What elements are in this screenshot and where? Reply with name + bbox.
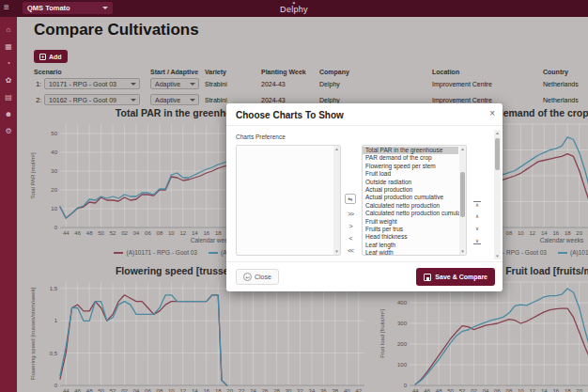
scroll-up-icon[interactable]: ▲ xyxy=(333,147,340,151)
chart-option[interactable]: PAR demand of the crop xyxy=(363,154,458,162)
chart-option[interactable]: Leaf width xyxy=(363,249,458,256)
move-left-button[interactable]: < xyxy=(342,235,359,242)
move-down-button[interactable]: ∨ xyxy=(473,226,481,231)
swap-icon[interactable]: ⇆ xyxy=(345,194,356,204)
selected-charts-listbox[interactable]: ▲ ▼ xyxy=(236,145,341,256)
chart-option[interactable]: Fruits per trus xyxy=(363,226,458,233)
scroll-up-icon[interactable]: ▲ xyxy=(494,131,501,135)
move-all-left-button[interactable]: << xyxy=(342,247,359,254)
modal-footer: ↩ Close Save & Compare xyxy=(226,261,503,291)
chart-option[interactable]: Actual production cumulative xyxy=(363,194,458,201)
choose-charts-modal: Choose Charts To Show × Charts Preferenc… xyxy=(226,103,503,291)
save-icon xyxy=(424,274,431,281)
modal-header: Choose Charts To Show × xyxy=(226,103,503,126)
close-icon[interactable]: × xyxy=(489,108,495,118)
save-button-label: Save & Compare xyxy=(435,274,487,280)
close-button-label: Close xyxy=(255,274,271,280)
move-up-button[interactable]: ∧ xyxy=(473,213,481,219)
chart-option[interactable]: Total PAR in the greenhouse xyxy=(363,147,458,154)
chart-option[interactable]: Flowering speed per stem xyxy=(363,163,458,170)
chart-option[interactable]: Calculated netto production cumulative xyxy=(363,210,458,217)
selected-list-scrollbar[interactable]: ▲ ▼ xyxy=(333,146,340,255)
available-charts-listbox[interactable]: Total PAR in the greenhousePAR demand of… xyxy=(362,145,467,256)
scroll-up-icon[interactable]: ▲ xyxy=(459,147,466,151)
charts-preference-label: Charts Preference xyxy=(236,133,286,140)
move-right-button[interactable]: > xyxy=(342,223,359,229)
close-button[interactable]: ↩ Close xyxy=(236,269,279,285)
chart-option[interactable]: Outside radiation xyxy=(363,179,458,186)
scroll-down-icon[interactable]: ▼ xyxy=(494,254,501,259)
chart-option[interactable]: Leaf length xyxy=(363,242,458,249)
chart-option[interactable]: Fruit load xyxy=(363,170,458,178)
scroll-down-icon[interactable]: ▼ xyxy=(333,249,340,254)
back-icon: ↩ xyxy=(243,273,252,281)
save-and-compare-button[interactable]: Save & Compare xyxy=(416,268,495,286)
scroll-thumb[interactable] xyxy=(495,138,500,170)
chart-option[interactable]: Actual production xyxy=(363,186,458,194)
available-list-scrollbar[interactable]: ▲ ▼ xyxy=(459,146,466,255)
scroll-thumb[interactable] xyxy=(460,172,465,217)
scroll-down-icon[interactable]: ▼ xyxy=(459,249,466,254)
chart-option[interactable]: Fruit weight xyxy=(363,218,458,226)
modal-title: Choose Charts To Show xyxy=(236,110,344,120)
modal-scrollbar[interactable]: ▲ ▼ xyxy=(494,130,501,259)
move-to-top-button[interactable]: ∧ xyxy=(473,201,481,208)
move-to-bottom-button[interactable]: ∨ xyxy=(473,238,481,244)
chart-option[interactable]: Head thickness xyxy=(363,233,458,241)
move-all-right-button[interactable]: >> xyxy=(342,211,359,217)
chart-option[interactable]: Calculated netto production xyxy=(363,202,458,210)
